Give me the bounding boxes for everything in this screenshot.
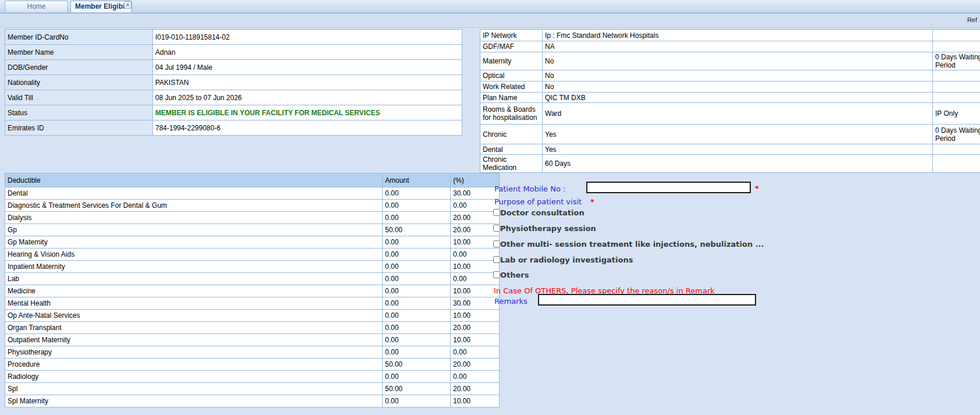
table-row: Emirates ID 784-1994-2299080-6 bbox=[5, 120, 462, 136]
deductible-percent: 30.00 bbox=[451, 187, 500, 200]
table-row: Member ID-CardNo I019-010-118915814-02 bbox=[5, 30, 462, 45]
deductible-amount: 0.00 bbox=[383, 212, 451, 224]
table-row: Lab 0.00 0.00 bbox=[5, 273, 500, 285]
coverage-extra bbox=[933, 41, 980, 52]
coverage-value: QIC TM DXB bbox=[543, 93, 933, 103]
member-label: Nationality bbox=[5, 75, 153, 90]
table-row: Physiotherapy 0.00 0.00 bbox=[5, 346, 500, 359]
deductible-amount: 0.00 bbox=[383, 297, 451, 310]
coverage-value: Yes bbox=[543, 125, 933, 144]
table-row: GDF/MAF NA bbox=[480, 41, 980, 52]
deductible-percent: 0.00 bbox=[451, 200, 500, 212]
deductible-percent: 10.00 bbox=[451, 334, 500, 346]
table-row: Radiology 0.00 0.00 bbox=[5, 371, 500, 383]
remarks-label: Remarks bbox=[494, 297, 528, 306]
table-row: Diagnostic & Treatment Services For Dent… bbox=[5, 200, 500, 212]
coverage-extra bbox=[933, 155, 980, 173]
coverage-value: Ward bbox=[543, 103, 933, 125]
deductible-name: Dialysis bbox=[5, 212, 383, 224]
table-row: Gp Maternity 0.00 10.00 bbox=[5, 236, 500, 249]
table-row: Procedure 50.00 20.00 bbox=[5, 359, 500, 371]
purpose-required-asterisk: * bbox=[590, 197, 594, 206]
mobile-required-asterisk: * bbox=[755, 184, 759, 193]
other-multi-session-checkbox[interactable] bbox=[493, 240, 500, 247]
member-value: I019-010-118915814-02 bbox=[153, 30, 462, 45]
coverage-label: Work Related bbox=[480, 81, 543, 93]
deductible-percent: 0.00 bbox=[451, 371, 500, 383]
coverage-extra bbox=[933, 30, 980, 41]
table-row: Chronic Yes 0 Days Waiting Period bbox=[480, 125, 980, 144]
coverage-label: Optical bbox=[480, 70, 543, 81]
amount-header: Amount bbox=[383, 173, 451, 187]
deductible-percent: 20.00 bbox=[451, 212, 500, 224]
member-value: 784-1994-2299080-6 bbox=[153, 120, 462, 136]
table-row: Optical No bbox=[480, 70, 980, 81]
table-row: Rooms & Boards for hospitalisation Ward … bbox=[480, 103, 980, 125]
percent-header: (%) bbox=[451, 173, 500, 187]
deductible-amount: 50.00 bbox=[383, 224, 451, 236]
deductible-percent: 10.00 bbox=[451, 236, 500, 249]
deductible-name: Physiotherapy bbox=[5, 346, 383, 359]
deductible-name: Diagnostic & Treatment Services For Dent… bbox=[5, 200, 383, 212]
deductible-name: Gp bbox=[5, 224, 383, 236]
lab-or-radiology-checkbox[interactable] bbox=[493, 256, 500, 263]
deductible-name: Outpatient Maternity bbox=[5, 334, 383, 346]
table-row: Outpatient Maternity 0.00 10.00 bbox=[5, 334, 500, 346]
table-row: Member Name Adnan bbox=[5, 45, 462, 60]
deductible-amount: 0.00 bbox=[383, 236, 451, 249]
table-row: IP Network Ip : Fmc Standard Network Hos… bbox=[480, 30, 980, 41]
coverage-extra bbox=[933, 93, 980, 103]
table-row: Nationality PAKISTAN bbox=[5, 75, 462, 90]
table-row: Organ Transplant 0.00 20.00 bbox=[5, 322, 500, 334]
table-row: Hearing & Vision Aids 0.00 0.00 bbox=[5, 249, 500, 261]
close-tab-icon[interactable]: × bbox=[124, 1, 131, 9]
deductible-percent: 0.00 bbox=[451, 346, 500, 359]
table-row: Dialysis 0.00 20.00 bbox=[5, 212, 500, 224]
deductible-amount: 50.00 bbox=[383, 383, 451, 395]
refresh-link[interactable]: Ref bbox=[967, 16, 977, 23]
deductible-name: Gp Maternity bbox=[5, 236, 383, 249]
deductible-amount: 0.00 bbox=[383, 334, 451, 346]
deductible-amount: 0.00 bbox=[383, 322, 451, 334]
coverage-extra: IP Only bbox=[933, 103, 980, 125]
coverage-label: Rooms & Boards for hospitalisation bbox=[480, 103, 543, 125]
table-row: Dental Yes bbox=[480, 144, 980, 155]
deductible-name: Mental Health bbox=[5, 297, 383, 310]
table-row: Work Related No bbox=[480, 81, 980, 93]
table-row: DOB/Gender 04 Jul 1994 / Male bbox=[5, 60, 462, 75]
deductible-percent: 20.00 bbox=[451, 383, 500, 395]
deductible-amount: 0.00 bbox=[383, 249, 451, 261]
checkbox-label: Doctor consultation bbox=[500, 208, 585, 217]
checkbox-label: Other multi- session treatment like inje… bbox=[500, 240, 764, 249]
deductible-name: Medicine bbox=[5, 285, 383, 297]
physiotherapy-session-checkbox[interactable] bbox=[493, 225, 500, 232]
deductible-amount: 0.00 bbox=[383, 371, 451, 383]
doctor-consultation-checkbox[interactable] bbox=[493, 209, 500, 216]
checkbox-label: Others bbox=[500, 271, 529, 279]
table-row: Spl 50.00 20.00 bbox=[5, 383, 500, 395]
table-row: Spl Maternity 0.00 10.00 bbox=[5, 395, 500, 407]
patient-mobile-input[interactable] bbox=[586, 182, 751, 193]
deductible-amount: 0.00 bbox=[383, 187, 451, 200]
tab-home[interactable]: Home bbox=[5, 1, 68, 12]
remarks-input[interactable] bbox=[538, 294, 756, 306]
others-checkbox[interactable] bbox=[493, 271, 500, 278]
coverage-value: Ip : Fmc Standard Network Hospitals bbox=[543, 30, 933, 41]
tab-member-eligibility[interactable]: Member Eligibilit bbox=[70, 1, 132, 12]
purpose-option: Doctor consultation bbox=[493, 208, 585, 217]
deductible-amount: 0.00 bbox=[383, 200, 451, 212]
deductible-name: Spl Maternity bbox=[5, 395, 383, 407]
deductible-percent: 10.00 bbox=[451, 261, 500, 273]
patient-mobile-label: Patient Mobile No : bbox=[494, 185, 565, 193]
table-row: Chronic Medication 60 Days bbox=[480, 155, 980, 173]
table-row: Medicine 0.00 10.00 bbox=[5, 285, 500, 297]
coverage-value: NA bbox=[543, 41, 933, 52]
purpose-option: Physiotherapy session bbox=[493, 224, 596, 233]
table-row: Valid Till 08 Jun 2025 to 07 Jun 2026 bbox=[5, 90, 462, 105]
checkbox-label: Lab or radiology investigations bbox=[500, 256, 633, 264]
deductible-name: Dental bbox=[5, 187, 383, 200]
deductible-name: Hearing & Vision Aids bbox=[5, 249, 383, 261]
coverage-label: Dental bbox=[480, 144, 543, 155]
purpose-option: Lab or radiology investigations bbox=[493, 256, 633, 264]
deductible-name: Spl bbox=[5, 383, 383, 395]
